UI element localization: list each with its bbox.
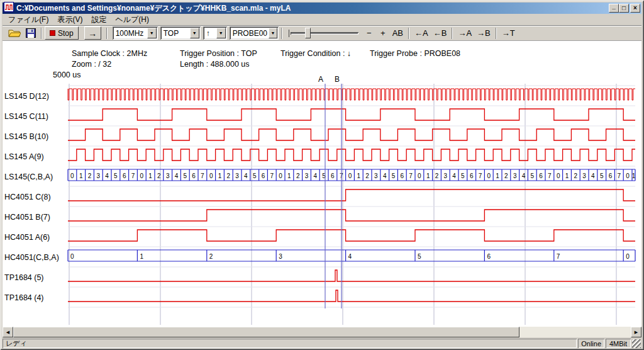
sample-clock-info: Sample Clock : 2MHz <box>72 49 147 58</box>
goto-a-left-button[interactable]: ←A <box>412 26 431 40</box>
horizontal-scrollbar[interactable]: ◀ ▶ <box>3 327 641 337</box>
minimize-icon: _ <box>612 3 616 9</box>
scroll-left-icon: ◀ <box>6 330 9 335</box>
zoom-info: Zoom : / 32 <box>72 60 111 69</box>
probe-combobox[interactable]: PROBE00 ▼ <box>230 26 279 40</box>
open-folder-icon <box>8 28 21 38</box>
trigger-position-value: TOP <box>160 29 179 38</box>
scrollbar-thumb[interactable] <box>13 327 519 337</box>
toolbar-separator <box>408 28 409 39</box>
sample-clock-value: 100MHz <box>113 29 144 38</box>
resize-grip[interactable] <box>632 339 641 348</box>
save-file-button[interactable] <box>23 26 38 40</box>
toolbar: Stop → 100MHz ▼ TOP ▼ ↑ ▼ PROBE00 ▼ − <box>3 25 641 40</box>
probe-value: PROBE00 <box>230 29 267 38</box>
toolbar-separator <box>41 28 42 39</box>
trigger-probe-info: Trigger Probe : PROBE08 <box>370 49 460 58</box>
menu-view[interactable]: 表示(V) <box>53 14 87 26</box>
menu-file[interactable]: ファイル(F) <box>4 14 53 26</box>
waveform-panel <box>3 40 641 327</box>
goto-b-left-button[interactable]: ←B <box>431 26 450 40</box>
app-icon <box>4 2 14 14</box>
time-scale-label: 5000 us <box>53 71 80 79</box>
position-slider[interactable] <box>289 26 358 40</box>
chevron-down-icon[interactable]: ▼ <box>190 28 199 38</box>
scrollbar-track[interactable] <box>13 327 631 337</box>
status-ready: レディ <box>3 339 577 348</box>
scroll-right-button[interactable]: ▶ <box>631 327 641 337</box>
close-button[interactable]: × <box>630 4 640 13</box>
save-floppy-icon <box>26 28 36 38</box>
run-button[interactable]: → <box>84 26 101 40</box>
trigger-position-info: Trigger Position : TOP <box>180 49 257 58</box>
status-online: Online <box>578 339 604 348</box>
chevron-down-icon[interactable]: ▼ <box>269 28 277 38</box>
menu-settings[interactable]: 設定 <box>87 14 111 26</box>
zoom-in-button[interactable]: + <box>376 26 390 40</box>
stop-button[interactable]: Stop <box>45 26 79 40</box>
chevron-down-icon[interactable]: ▼ <box>216 28 226 38</box>
status-bar: レディ Online 4MBit <box>3 339 641 348</box>
app-window: C:¥Documents and Settings¥noname¥デスクトップ¥… <box>0 0 644 350</box>
goto-a-right-button[interactable]: →A <box>455 26 474 40</box>
title-bar[interactable]: C:¥Documents and Settings¥noname¥デスクトップ¥… <box>3 3 641 14</box>
sample-clock-combobox[interactable]: 100MHz ▼ <box>113 26 158 40</box>
trigger-edge-combobox[interactable]: ↑ ▼ <box>203 26 227 40</box>
length-info: Length : 488.000 us <box>180 60 250 69</box>
status-memory: 4MBit <box>606 339 631 348</box>
maximize-button[interactable]: □ <box>619 4 629 13</box>
toolbar-separator <box>106 28 108 39</box>
trigger-edge-value: ↑ <box>203 29 210 38</box>
window-title: C:¥Documents and Settings¥noname¥デスクトップ¥… <box>16 3 609 14</box>
menu-help[interactable]: ヘルプ(H) <box>111 14 153 26</box>
window-controls: _ □ × <box>609 4 640 13</box>
toolbar-separator <box>452 28 453 39</box>
chevron-down-icon[interactable]: ▼ <box>147 28 157 38</box>
menu-bar: ファイル(F) 表示(V) 設定 ヘルプ(H) <box>3 14 641 25</box>
stop-icon <box>50 30 55 36</box>
slider-tick <box>289 30 289 37</box>
toolbar-separator <box>281 28 282 39</box>
run-arrow-icon: → <box>88 28 97 38</box>
goto-trigger-button[interactable]: →T <box>499 26 518 40</box>
open-file-button[interactable] <box>6 26 23 40</box>
slider-thumb[interactable] <box>305 28 311 38</box>
minimize-button[interactable]: _ <box>609 4 619 13</box>
stop-label: Stop <box>58 29 74 38</box>
maximize-icon: □ <box>622 5 626 11</box>
scroll-right-icon: ▶ <box>635 330 638 335</box>
slider-track[interactable] <box>291 32 358 35</box>
scroll-left-button[interactable]: ◀ <box>3 327 13 337</box>
goto-b-right-button[interactable]: →B <box>474 26 493 40</box>
close-icon: × <box>633 5 637 11</box>
ab-cursor-button[interactable]: AB <box>390 26 406 40</box>
toolbar-separator <box>496 28 497 39</box>
trigger-condition-info: Trigger Condition : ↓ <box>280 49 351 58</box>
zoom-out-button[interactable]: − <box>362 26 376 40</box>
trigger-position-combobox[interactable]: TOP ▼ <box>160 26 201 40</box>
